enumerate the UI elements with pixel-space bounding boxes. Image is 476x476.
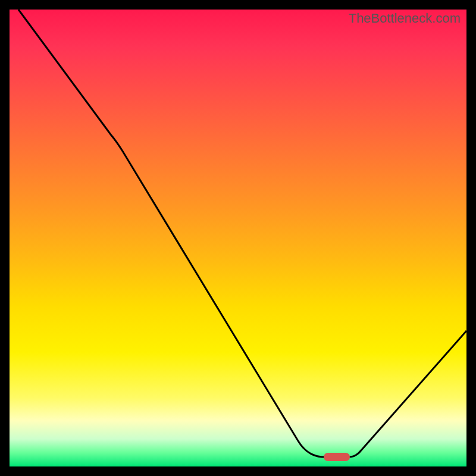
bottleneck-curve	[10, 10, 466, 466]
watermark-label: TheBottleneck.com	[349, 11, 461, 26]
optimal-marker	[324, 453, 350, 461]
curve-path	[18, 10, 466, 457]
chart-container: TheBottleneck.com	[0, 0, 476, 476]
